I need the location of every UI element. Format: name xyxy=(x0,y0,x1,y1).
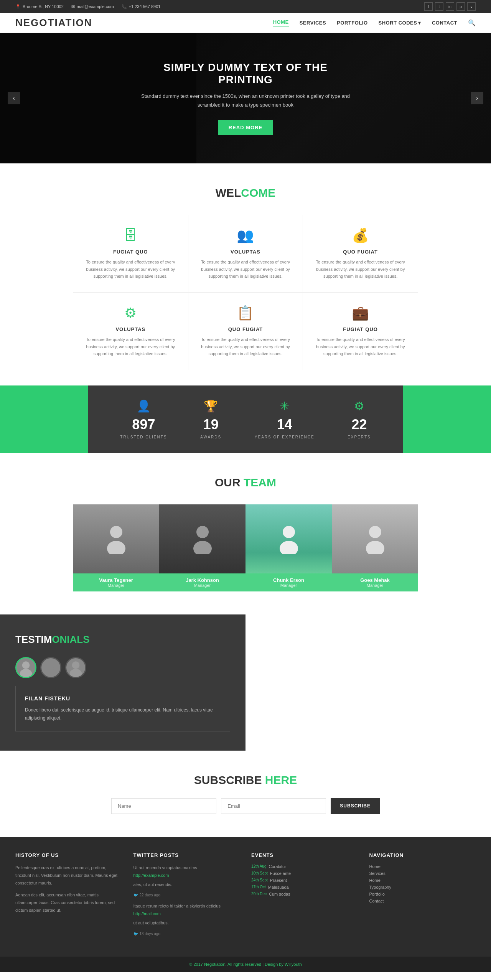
nav-links: HOME SERVICES PORTFOLIO SHORT CODES ▾ CO… xyxy=(273,19,476,26)
twitter-icon[interactable]: t xyxy=(435,2,443,11)
footer-nav-home[interactable]: Home xyxy=(369,864,476,869)
twitter-link-2[interactable]: http://mail.com xyxy=(133,910,240,918)
svg-point-12 xyxy=(72,661,80,669)
team-member-3: Chunk Erson Manager xyxy=(246,504,332,591)
footer: HISTORY OF US Pellentesque cras ex, ultr… xyxy=(0,837,491,957)
event-1: 12th Aug Curabitur xyxy=(251,864,358,869)
footer-nav-typography[interactable]: Typography xyxy=(369,885,476,889)
team-photo-1 xyxy=(73,504,159,573)
feature-icon-5: 📋 xyxy=(198,305,294,321)
testimonials-section: TESTIMONIALS FILAN FISTEKU Donec libero … xyxy=(0,614,246,751)
address: 📍 Broome St, NY 10002 xyxy=(15,4,64,9)
team-photo-2 xyxy=(159,504,246,573)
feature-item-4: ⚙ VOLUPTAS To ensure the quality and eff… xyxy=(73,293,188,370)
team-info-3: Chunk Erson Manager xyxy=(246,573,332,591)
twitter-time-2: 🐦 13 days ago xyxy=(133,932,240,936)
event-5-date: 29th Dec xyxy=(251,892,267,896)
welcome-section: WELCOME 🗄 FUGIAT QUO To ensure the quali… xyxy=(0,163,491,385)
welcome-title-black: WEL xyxy=(216,186,241,199)
site-logo[interactable]: NEGOTIATION xyxy=(15,17,92,29)
nav-home[interactable]: HOME xyxy=(273,19,289,26)
stat-awards: 🏆 19 AWARDS xyxy=(200,399,221,439)
testimonials-title-black: TESTIM xyxy=(15,634,52,645)
phone-contact: 📞 +1 234 567 8901 xyxy=(122,4,161,9)
subscribe-form: SUBSCRIBE xyxy=(111,798,380,814)
svg-point-13 xyxy=(70,669,82,677)
feature-title-3: QUO FUGIAT xyxy=(312,249,409,255)
feature-icon-1: 🗄 xyxy=(82,227,179,244)
footer-twitter-title: TWITTER POSTS xyxy=(133,852,240,858)
team-name-3: Chunk Erson xyxy=(249,577,328,583)
stat-clients-label: TRUSTED CLIENTS xyxy=(120,435,167,439)
vimeo-icon[interactable]: v xyxy=(467,2,476,11)
testimonial-avatar-3[interactable] xyxy=(65,657,86,678)
facebook-icon[interactable]: f xyxy=(424,2,433,11)
hero-prev-arrow[interactable]: ‹ xyxy=(8,92,20,104)
lower-sections: TESTIMONIALS FILAN FISTEKU Donec libero … xyxy=(0,614,491,751)
top-bar-left: 📍 Broome St, NY 10002 ✉ mail@example.com… xyxy=(15,4,160,9)
svg-point-6 xyxy=(369,526,381,538)
team-member-2: Jark Kohnson Manager xyxy=(159,504,246,591)
nav-shortcodes[interactable]: SHORT CODES ▾ xyxy=(379,20,421,26)
feature-title-6: FUGIAT QUO xyxy=(312,326,409,332)
twitter-bird-icon-1: 🐦 xyxy=(133,893,138,897)
event-2-name: Fusce ante xyxy=(270,871,291,876)
footer-nav-contact[interactable]: Contact xyxy=(369,899,476,903)
feature-title-2: VOLUPTAS xyxy=(198,249,294,255)
nav-services[interactable]: SERVICES xyxy=(300,20,326,26)
subscribe-name-input[interactable] xyxy=(111,798,216,814)
footer-nav-portfolio[interactable]: Portfolio xyxy=(369,892,476,896)
nav-contact[interactable]: CONTACT xyxy=(432,20,457,26)
stat-clients-number: 897 xyxy=(120,417,167,433)
footer-history-title: HISTORY OF US xyxy=(15,852,122,858)
search-icon[interactable]: 🔍 xyxy=(468,19,476,26)
event-2-date: 10th Sept xyxy=(251,871,268,875)
copyright-text: © 2017 Negotiation. All rights reserved … xyxy=(189,962,302,967)
feature-item-5: 📋 QUO FUGIAT To ensure the quality and e… xyxy=(188,293,303,370)
instagram-icon[interactable]: in xyxy=(446,2,454,11)
testimonial-avatar-2[interactable] xyxy=(40,657,61,678)
hero-title: SIMPLY DUMMY TEXT OF THE PRINTING xyxy=(138,61,353,86)
subscribe-title: SUBSCRIBE HERE xyxy=(15,774,476,787)
testimonial-name: FILAN FISTEKU xyxy=(25,695,221,702)
feature-desc-1: To ensure the quality and effectiveness … xyxy=(82,259,179,280)
svg-point-2 xyxy=(196,526,209,538)
hero-read-more-button[interactable]: READ MORE xyxy=(218,120,273,135)
stat-experts-number: 22 xyxy=(348,417,371,433)
svg-point-7 xyxy=(366,541,384,554)
location-icon: 📍 xyxy=(15,4,21,9)
svg-point-4 xyxy=(283,526,295,538)
email-icon: ✉ xyxy=(71,4,75,9)
twitter-link-1[interactable]: http://example.com xyxy=(133,872,240,880)
footer-nav-services[interactable]: Services xyxy=(369,871,476,876)
team-name-2: Jark Kohnson xyxy=(163,577,242,583)
event-4-date: 17th Oct xyxy=(251,885,266,889)
footer-history-text1: Pellentesque cras ex, ultrices a nunc at… xyxy=(15,864,122,887)
twitter-bird-icon-2: 🐦 xyxy=(133,932,138,936)
features-grid: 🗄 FUGIAT QUO To ensure the quality and e… xyxy=(73,215,418,370)
email-contact: ✉ mail@example.com xyxy=(71,4,114,9)
welcome-title: WELCOME xyxy=(15,186,476,199)
feature-item-2: 👥 VOLUPTAS To ensure the quality and eff… xyxy=(188,215,303,293)
footer-nav-home2[interactable]: Home xyxy=(369,878,476,883)
subscribe-email-input[interactable] xyxy=(221,798,326,814)
subscribe-button[interactable]: SUBSCRIBE xyxy=(331,798,380,814)
hero-next-arrow[interactable]: › xyxy=(471,92,483,104)
twitter-post-2: Itaque rerum reicto hi takfer a skylerti… xyxy=(133,903,240,936)
design-credit: Willyouth xyxy=(285,962,302,967)
phone-icon: 📞 xyxy=(122,4,127,9)
testimonial-avatar-1[interactable] xyxy=(15,657,36,678)
footer-history-text2: Aenean dcs elit, accumsan nibh vitae, ma… xyxy=(15,891,122,914)
team-member-1: Vaura Tegsner Manager xyxy=(73,504,159,591)
team-role-2: Manager xyxy=(163,583,242,588)
svg-point-11 xyxy=(45,669,57,677)
pinterest-icon[interactable]: p xyxy=(456,2,465,11)
nav-portfolio[interactable]: PORTFOLIO xyxy=(337,20,367,26)
footer-history: HISTORY OF US Pellentesque cras ex, ultr… xyxy=(15,852,122,941)
stat-awards-icon: 🏆 xyxy=(200,399,221,413)
event-3-name: Praesent xyxy=(270,878,287,883)
stat-awards-number: 19 xyxy=(200,417,221,433)
stat-experts: ⚙ 22 EXPERTS xyxy=(348,399,371,439)
feature-icon-6: 💼 xyxy=(312,305,409,321)
team-photo-3 xyxy=(246,504,332,573)
